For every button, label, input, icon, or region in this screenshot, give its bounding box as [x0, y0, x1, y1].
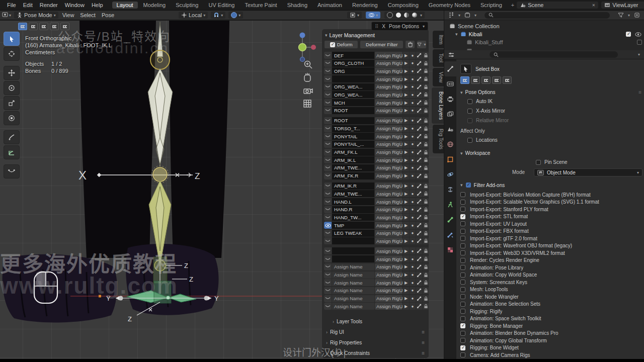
cursor-tool[interactable]	[4, 47, 20, 61]
solo-dot-icon[interactable]: ●	[410, 263, 416, 270]
layer-name-field[interactable]: DEF	[332, 52, 374, 59]
bone-wrench-icon[interactable]	[416, 255, 422, 262]
layer-name-field[interactable]: ORG	[332, 67, 374, 74]
layer-name-field[interactable]: HAND.L	[332, 198, 374, 205]
select-bones-icon[interactable]: ▶	[403, 255, 409, 262]
bone-wrench-icon[interactable]	[416, 60, 422, 67]
outliner-options-icon[interactable]	[634, 12, 640, 18]
assign-rigui-button[interactable]: Assign RigUI...	[375, 190, 403, 197]
assign-rigui-button[interactable]: Assign RigUI...	[375, 141, 403, 148]
workspace-panel-header[interactable]: ▾ Workspace	[460, 149, 641, 157]
pin-scene-row[interactable]: Pin Scene	[536, 157, 641, 167]
layer-name-field[interactable]: Assign Name	[332, 272, 374, 279]
eye-icon[interactable]	[324, 303, 332, 310]
select-bones-icon[interactable]: ▶	[403, 295, 409, 302]
orientation-dropdown[interactable]: Local ▾	[179, 12, 208, 19]
assign-rigui-button[interactable]: Assign RigUI...	[375, 83, 403, 90]
lock-icon[interactable]	[423, 117, 429, 124]
pose-option-row[interactable]: X-Axis Mirror	[467, 106, 641, 116]
layer-name-field[interactable]: Assign Name	[332, 295, 374, 302]
viewlayer-selector[interactable]: ViewLayer	[601, 2, 644, 9]
eye-icon[interactable]	[324, 279, 332, 286]
collection-filter-icon[interactable]	[464, 12, 470, 18]
eye-icon[interactable]	[324, 149, 332, 156]
lock-icon[interactable]	[423, 272, 429, 279]
eye-icon[interactable]	[324, 91, 332, 98]
layer-name-field[interactable]: Assign Name	[332, 279, 374, 286]
solo-dot-icon[interactable]: ●	[410, 125, 416, 132]
properties-editor-icon[interactable]	[448, 52, 454, 58]
npanel-tab[interactable]: Item	[433, 31, 444, 48]
addon-checkbox[interactable]	[460, 243, 465, 248]
drag-handle-icon[interactable]: ≡	[422, 350, 425, 356]
scene-tab[interactable]	[444, 122, 456, 137]
eye-icon[interactable]	[324, 222, 332, 229]
bone-wrench-icon[interactable]	[416, 52, 422, 59]
layer-row[interactable]: ORG_WEA... Assign RigUI... ▶ ●	[324, 83, 427, 90]
addon-row[interactable]: Animation: Bone Selection Sets	[460, 301, 641, 308]
solo-dot-icon[interactable]: ●	[410, 149, 416, 156]
collection-label[interactable]: Scene Collection	[458, 23, 500, 29]
lock-icon[interactable]	[423, 149, 429, 156]
addon-checkbox[interactable]	[460, 331, 465, 336]
assign-rigui-button[interactable]: Assign RigUI...	[375, 198, 403, 205]
layer-row[interactable]: Assign Name Assign RigUI... ▶ ●	[324, 295, 427, 302]
viewport-menu[interactable]: View	[59, 12, 77, 18]
pin-scene-checkbox[interactable]	[536, 160, 541, 165]
lock-icon[interactable]	[423, 164, 429, 171]
workspace-tab[interactable]: Modeling	[139, 2, 171, 9]
viewport-menu[interactable]: Pose	[99, 12, 117, 18]
layer-row[interactable]: HAND_TW... Assign RigUI... ▶ ●	[324, 214, 427, 221]
layer-row[interactable]: Assign RigUI... ▶ ●	[324, 247, 427, 254]
lock-icon[interactable]	[423, 183, 429, 190]
layer-row[interactable]: Assign Name Assign RigUI... ▶ ●	[324, 279, 427, 286]
pose-breakdowner-tool[interactable]	[4, 164, 20, 178]
assign-rigui-button[interactable]: Assign RigUI...	[375, 99, 403, 106]
bone-wrench-icon[interactable]	[416, 287, 422, 294]
assign-rigui-button[interactable]: Assign RigUI...	[375, 52, 403, 59]
collection-label[interactable]: Kibali	[469, 31, 482, 37]
solo-dot-icon[interactable]: ●	[410, 214, 416, 221]
bone-wrench-icon[interactable]	[416, 91, 422, 98]
deform-toggle-button[interactable]: Deform	[324, 40, 358, 49]
select-bones-icon[interactable]: ▶	[403, 222, 409, 229]
lock-icon[interactable]	[423, 214, 429, 221]
assign-rigui-button[interactable]: Assign RigUI...	[375, 263, 403, 270]
solo-dot-icon[interactable]: ●	[410, 91, 416, 98]
layer-row[interactable]: ORG Assign RigUI... ▶ ●	[324, 67, 427, 74]
mode-dropdown[interactable]: Pose Mode ▾	[14, 12, 58, 19]
addon-row[interactable]: Import-Export: BioVision Motion Capture …	[460, 191, 641, 199]
assign-rigui-button[interactable]: Assign RigUI...	[375, 164, 403, 171]
layer-name-field[interactable]	[332, 237, 374, 244]
eye-icon[interactable]	[324, 255, 332, 262]
lock-icon[interactable]	[423, 222, 429, 229]
assign-rigui-button[interactable]: Assign RigUI...	[375, 107, 403, 114]
layer-row[interactable]: Assign RigUI... ▶ ●	[324, 75, 427, 82]
eye-icon[interactable]	[324, 60, 332, 67]
assign-rigui-button[interactable]: Assign RigUI...	[375, 237, 403, 244]
option-checkbox[interactable]	[467, 118, 472, 123]
addon-checkbox[interactable]	[460, 214, 465, 219]
filter-addons-checkbox[interactable]	[466, 183, 471, 188]
eye-icon[interactable]	[324, 117, 332, 124]
bone-tab[interactable]	[444, 212, 456, 227]
select-bones-icon[interactable]: ▶	[403, 133, 409, 140]
select-mode-icon[interactable]	[503, 76, 512, 84]
bone-wrench-icon[interactable]	[416, 172, 422, 179]
layer-row[interactable]: MCH Assign RigUI... ▶ ●	[324, 99, 427, 106]
select-bones-icon[interactable]: ▶	[403, 183, 409, 190]
measure-tool[interactable]	[4, 145, 20, 159]
solo-dot-icon[interactable]: ●	[410, 295, 416, 302]
workspace-tab[interactable]: UV Editing	[204, 2, 239, 9]
npanel-tab[interactable]: Bone Layers	[432, 87, 444, 124]
addon-row[interactable]: Import-Export: UV Layout	[460, 220, 641, 228]
panel-section-header[interactable]: › Layer Tools ≡	[330, 316, 428, 327]
select-bones-icon[interactable]: ▶	[403, 206, 409, 213]
addon-checkbox[interactable]	[460, 258, 465, 263]
outliner-row-kibali-stuff[interactable]: Kibali_Stuff	[444, 38, 644, 46]
eye-icon[interactable]	[324, 214, 332, 221]
object-tab[interactable]	[444, 152, 456, 167]
lock-icon[interactable]	[423, 75, 429, 82]
layer-name-field[interactable]	[332, 247, 374, 254]
assign-rigui-button[interactable]: Assign RigUI...	[375, 183, 403, 190]
